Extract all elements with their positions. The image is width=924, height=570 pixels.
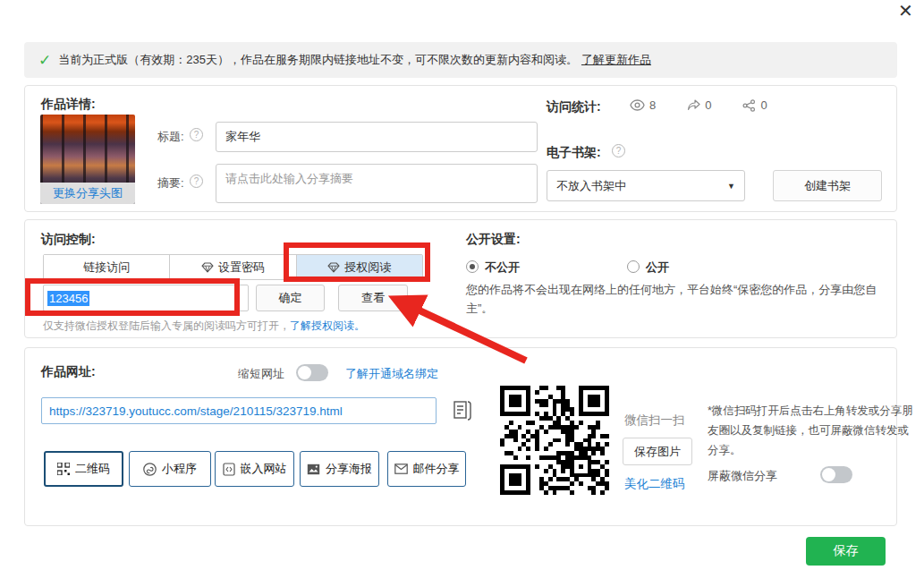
change-cover-button[interactable]: 更换分享头图 — [40, 183, 135, 204]
update-work-link[interactable]: 了解更新作品 — [581, 52, 651, 68]
radio-public-icon[interactable] — [627, 260, 640, 273]
embed-site-label: 嵌入网站 — [241, 461, 287, 477]
change-cover-label: 更换分享头图 — [53, 185, 123, 201]
email-share-label: 邮件分享 — [413, 461, 460, 477]
radio-private-icon[interactable] — [466, 260, 479, 273]
title-label: 标题: — [157, 129, 184, 145]
embed-site-button[interactable]: 嵌入网站 — [215, 451, 294, 487]
publish-description: 您的作品将不会出现在网络上的任何地方，平台始终“保密您的作品，分享由您自主”。 — [466, 280, 894, 319]
stats-row: 8 0 0 — [630, 98, 767, 112]
work-url-input[interactable]: https://323719.youtucc.com/stage/210115/… — [41, 397, 437, 424]
save-button[interactable]: 保存 — [806, 537, 886, 566]
tab-authorized-reading-label: 授权阅读 — [344, 259, 391, 276]
share-nodes-icon — [742, 99, 756, 112]
wechat-scan-label: 微信扫一扫 — [624, 413, 685, 429]
title-help-icon[interactable]: ? — [190, 128, 203, 141]
shares-count: 0 — [760, 98, 767, 112]
summary-help-icon[interactable]: ? — [190, 174, 203, 188]
miniprogram-share-button[interactable]: 小程序 — [129, 451, 211, 487]
mail-icon — [394, 464, 408, 474]
summary-label: 摘要: — [157, 175, 184, 191]
work-url-card: 作品网址: 缩短网址 了解开通域名绑定 https://323719.youtu… — [24, 347, 897, 526]
bookshelf-help-icon[interactable]: ? — [612, 144, 625, 157]
forward-arrow-icon — [687, 99, 700, 111]
block-wechat-toggle[interactable] — [820, 466, 852, 483]
radio-public-label: 公开 — [646, 260, 669, 274]
domain-binding-link[interactable]: 了解开通域名绑定 — [345, 366, 438, 382]
radio-private[interactable]: 不公开 — [466, 259, 520, 276]
forwards-count: 0 — [705, 98, 711, 112]
miniprogram-share-label: 小程序 — [162, 461, 197, 477]
confirm-button[interactable]: 确定 — [256, 285, 325, 311]
work-details-card: 作品详情: 更换分享头图 标题: ? 摘要: ? 请点击此处输入分享摘要 访问统… — [24, 85, 897, 212]
stats-title: 访问统计: — [547, 99, 601, 115]
work-url-value: https://323719.youtucc.com/stage/210115/… — [49, 404, 343, 418]
eye-icon — [630, 99, 645, 111]
radio-public[interactable]: 公开 — [627, 259, 669, 276]
chevron-down-icon: ▼ — [727, 182, 735, 191]
shares-stat: 0 — [742, 98, 767, 112]
share-settings-dialog: ✕ ✓ 当前为正式版（有效期：235天），作品在服务期限内链接地址不变，可不限次… — [0, 0, 924, 570]
copy-icon[interactable] — [453, 400, 472, 421]
access-tabbar: 链接访问 设置密码 授权阅读 — [43, 254, 423, 280]
tab-authorized-reading[interactable]: 授权阅读 — [297, 255, 422, 279]
views-stat: 8 — [630, 98, 656, 112]
summary-input[interactable]: 请点击此处输入分享摘要 — [216, 164, 538, 203]
work-details-title: 作品详情: — [41, 97, 96, 113]
qrcode-button-icon — [57, 463, 70, 475]
close-icon[interactable]: ✕ — [898, 2, 913, 20]
reading-code-value: 123456 — [47, 291, 89, 306]
confirm-label: 确定 — [279, 290, 302, 306]
bookshelf-title: 电子书架: — [547, 145, 601, 161]
title-input[interactable] — [216, 122, 538, 152]
save-image-button[interactable]: 保存图片 — [623, 438, 692, 465]
tab-set-password-label: 设置密码 — [218, 259, 265, 276]
bookshelf-select[interactable]: 不放入书架中 ▼ — [547, 170, 745, 201]
share-poster-label: 分享海报 — [326, 461, 372, 477]
save-label: 保存 — [834, 543, 859, 559]
hint-text: 仅支持微信授权登陆后输入专属的阅读吗方可打开， — [43, 319, 290, 332]
qrcode-share-label: 二维码 — [75, 461, 110, 477]
beautify-qr-link[interactable]: 美化二维码 — [624, 476, 685, 492]
tab-link-access-label: 链接访问 — [83, 259, 130, 276]
qr-code — [500, 386, 609, 495]
diamond-icon — [201, 262, 214, 273]
create-bookshelf-label: 创建书架 — [804, 178, 851, 194]
shorten-url-toggle[interactable] — [296, 364, 328, 381]
reading-code-input[interactable]: 123456 — [43, 285, 249, 311]
views-count: 8 — [649, 98, 656, 112]
work-url-title: 作品网址: — [41, 364, 96, 380]
qrcode-share-button[interactable]: 二维码 — [44, 451, 123, 487]
share-poster-button[interactable]: 分享海报 — [300, 451, 379, 487]
access-control-card: 访问控制: 链接访问 设置密码 授权阅读 123456 确定 查看 仅支持微信授… — [24, 219, 897, 338]
embed-code-icon — [223, 463, 235, 476]
cover-thumbnail: 更换分享头图 — [40, 115, 135, 204]
create-bookshelf-button[interactable]: 创建书架 — [773, 170, 882, 201]
email-share-button[interactable]: 邮件分享 — [387, 451, 466, 487]
save-image-label: 保存图片 — [634, 444, 681, 460]
shorten-url-label: 缩短网址 — [238, 366, 284, 382]
miniprogram-icon — [143, 463, 157, 476]
bookshelf-select-value: 不放入书架中 — [556, 178, 626, 194]
authorized-reading-hint: 仅支持微信授权登陆后输入专属的阅读吗方可打开，了解授权阅读。 — [43, 319, 365, 334]
view-button[interactable]: 查看 — [338, 285, 408, 311]
block-wechat-label: 屏蔽微信分享 — [708, 468, 777, 484]
access-control-title: 访问控制: — [41, 232, 96, 248]
publish-settings-title: 公开设置: — [466, 232, 521, 248]
version-banner: ✓ 当前为正式版（有效期：235天），作品在服务期限内链接地址不变，可不限次数的… — [24, 42, 897, 78]
wechat-tip-text: *微信扫码打开后点击右上角转发或分享朋友圈以及复制链接，也可屏蔽微信转发或分享。 — [708, 402, 918, 461]
diamond-icon — [327, 262, 340, 273]
forwards-stat: 0 — [687, 98, 711, 112]
radio-private-label: 不公开 — [485, 260, 520, 274]
tab-set-password[interactable]: 设置密码 — [170, 255, 296, 279]
banner-text: 当前为正式版（有效期：235天），作品在服务期限内链接地址不变，可不限次数的更新… — [58, 52, 578, 68]
poster-image-icon — [307, 464, 320, 475]
view-label: 查看 — [361, 290, 385, 306]
learn-authorized-reading-link[interactable]: 了解授权阅读。 — [290, 319, 365, 332]
check-icon: ✓ — [38, 51, 51, 70]
tab-link-access[interactable]: 链接访问 — [44, 255, 170, 279]
